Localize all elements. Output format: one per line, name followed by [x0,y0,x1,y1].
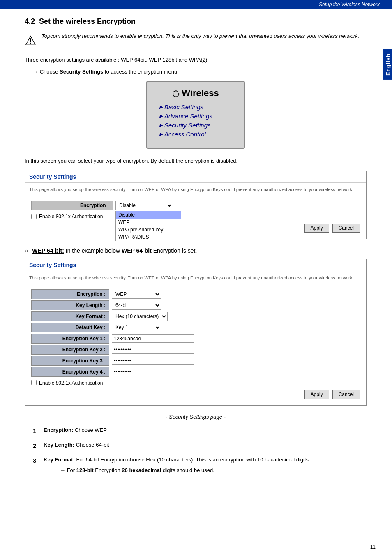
menu-item-advance-label: Advance Settings [164,113,212,120]
apply-button-1[interactable]: Apply [304,224,329,233]
security-panel-2-desc: This page allows you setup the wireless … [25,271,366,285]
menu-item-basic[interactable]: ▶ Basic Settings [159,104,232,111]
wep-key4-row: Encryption Key 4 : [31,367,360,377]
triangle-icon-advance: ▶ [159,113,163,119]
wep-keylength-control: 64-bit 128-bit [109,301,161,310]
instr-num-1: 1 [33,426,40,436]
menu-item-access-label: Access Control [164,131,206,138]
security-panel-1: Security Settings This page allows you s… [25,171,367,240]
screen-description: In this screen you can select your type … [25,157,367,166]
enable-auth-label-2: Enable 802.1x Authentication [39,380,103,386]
wep-encryption-control: WEP [109,290,161,299]
triangle-icon-access: ▶ [159,131,163,137]
wep-keylength-label: Key Length : [31,300,109,310]
instr-3-note: For 128-bit Encryption 26 hexadecimal di… [60,466,310,475]
intro-encryption-types: Three encryption settings are available … [25,56,367,65]
wep-64-bold: WEP 64-bit [122,247,152,254]
enable-auth-checkbox-2[interactable] [31,380,37,385]
26hex-bold: 26 hexadecimal [122,467,161,473]
dropdown-item-wep[interactable]: WEP [116,219,181,226]
instr-3-text: For 64-bit Encryption choose Hex (10 cha… [76,457,310,463]
security-panel-1-header: Security Settings [25,171,366,183]
wep-key1-control [109,334,194,343]
enable-auth-label-1: Enable 802.1x Authentication [39,214,103,219]
menu-item-advance[interactable]: ▶ Advance Settings [159,113,232,120]
enable-auth-checkbox-1[interactable] [31,214,37,219]
notice-box: ⚠ Topcom strongly recommends to enable e… [25,32,367,48]
security-panel-2: Security Settings This page allows you s… [25,259,367,406]
wep-keyformat-row: Key Format : Hex (10 characters) ASCII [31,311,360,321]
wep-keylength-select[interactable]: 64-bit 128-bit [112,301,161,310]
wep-key1-label: Encryption Key 1 : [31,334,109,344]
page-header: Setup the Wireless Network [0,0,392,9]
menu-item-security-label: Security Settings [164,122,211,129]
instructions-list: 1 Encryption: Choose WEP 2 Key Length: C… [25,426,367,475]
wep-key3-control [109,357,194,365]
wep-defaultkey-select[interactable]: Key 1 Key 2 Key 3 Key 4 [112,323,161,332]
notice-text: Topcom strongly recommends to enable enc… [42,32,359,40]
wep-key3-input[interactable] [112,357,194,365]
dropdown-item-wpa-radius[interactable]: WPA RADIUS [116,233,181,241]
wep-key3-label: Encryption Key 3 : [31,356,109,366]
instr-content-3: Key Format: For 64-bit Encryption choose… [44,456,310,475]
wireless-menu: ◌ Wireless ▶ Basic Settings ▶ Advance Se… [146,81,245,149]
wep-encryption-row: Encryption : WEP [31,289,360,299]
intro-text-main: Three encryption settings are available … [25,57,207,63]
wep-defaultkey-row: Default Key : Key 1 Key 2 Key 3 Key 4 [31,323,360,332]
button-row-2: Apply Cancel [31,390,360,399]
wep-key2-input[interactable] [112,346,194,354]
wireless-icon: ◌ [172,88,179,98]
section-heading: Set the wireless Encryption [39,17,136,25]
encryption-control-1: Disable WEP WPA pre-shared key WPA RADIU… [113,201,360,210]
wep-keylength-row: Key Length : 64-bit 128-bit [31,300,360,310]
instr-1-text: Choose WEP [75,427,107,433]
menu-item-basic-label: Basic Settings [164,104,203,111]
instr-content-1: Encryption: Choose WEP [44,426,107,436]
wep-desc: In the example below WEP 64-bit Encrypti… [66,247,197,254]
wep-keyformat-select[interactable]: Hex (10 characters) ASCII [112,312,168,321]
wep-bold-part: WEP 64-bit: [32,247,64,254]
wep-key1-input[interactable] [112,334,194,343]
cancel-button-1[interactable]: Cancel [332,224,360,233]
security-panel-1-desc: This page allows you setup the wireless … [25,183,366,197]
dropdown-list-1: Disable WEP WPA pre-shared key WPA RADIU… [115,211,181,241]
instr-3-bold: Key Format: [44,457,75,463]
instr-num-3: 3 [33,456,40,475]
wep-keyformat-label: Key Format : [31,311,109,321]
caption-text: - Security Settings page - [25,414,367,420]
button-row-1: Apply Cancel [31,224,360,233]
128bit-bold: 128-bit [76,467,94,473]
notice-icon: ⚠ [25,33,37,48]
instruction-3: 3 Key Format: For 64-bit Encryption choo… [33,456,367,475]
enable-auth-row-2: Enable 802.1x Authentication [31,380,360,386]
language-tab: English [383,49,392,80]
wep-key4-control [109,368,194,376]
circle-bullet: ○ [25,247,28,254]
wep-key2-label: Encryption Key 2 : [31,345,109,355]
security-panel-2-header: Security Settings [25,259,366,271]
arrow-choose-security: Choose Security Settings to access the e… [33,69,367,75]
wep-key1-row: Encryption Key 1 : [31,334,360,344]
instr-2-text: Choose 64-bit [76,442,109,448]
security-panel-2-body: Encryption : WEP Key Length : 64-bit 128… [25,285,366,405]
menu-item-security[interactable]: ▶ Security Settings [159,122,232,129]
wep-key2-control [109,346,194,354]
instr-num-2: 2 [33,441,40,451]
encryption-row-1: Encryption : Disable WEP WPA pre-shared … [31,201,360,210]
page-number: 11 [370,544,376,550]
wep-defaultkey-label: Default Key : [31,323,109,332]
instruction-2: 2 Key Length: Choose 64-bit [33,441,367,451]
dropdown-item-wpa-psk[interactable]: WPA pre-shared key [116,226,181,233]
wireless-menu-container: ◌ Wireless ▶ Basic Settings ▶ Advance Se… [25,81,367,149]
dropdown-item-disable[interactable]: Disable [116,211,181,219]
encryption-select-1[interactable]: Disable WEP WPA pre-shared key WPA RADIU… [115,201,173,210]
security-panel-1-body: Encryption : Disable WEP WPA pre-shared … [25,196,366,239]
wep-keyformat-control: Hex (10 characters) ASCII [109,312,168,321]
triangle-icon-security: ▶ [159,122,163,128]
wep-encryption-label: Encryption : [31,289,109,299]
wep-encryption-select[interactable]: WEP [112,290,161,299]
cancel-button-2[interactable]: Cancel [332,390,360,399]
apply-button-2[interactable]: Apply [304,390,329,399]
menu-item-access[interactable]: ▶ Access Control [159,131,232,138]
wep-key4-input[interactable] [112,368,194,376]
